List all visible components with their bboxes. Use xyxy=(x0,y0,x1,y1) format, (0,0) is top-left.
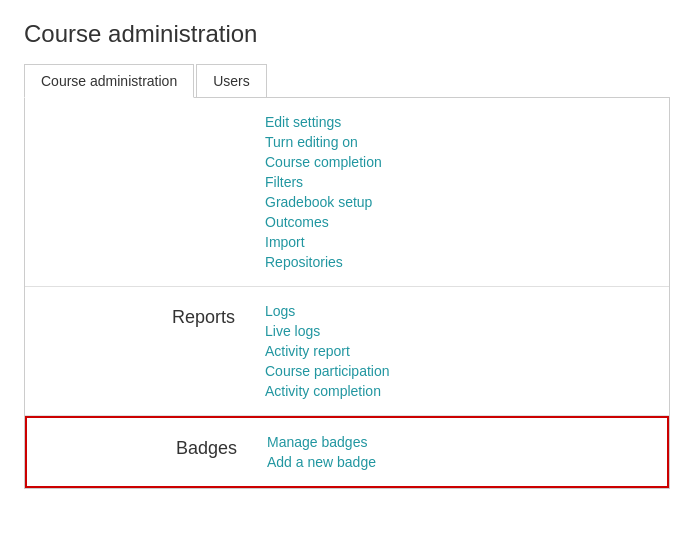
badges-links: Manage badges Add a new badge xyxy=(267,434,376,470)
top-section: Edit settings Turn editing on Course com… xyxy=(25,98,669,287)
link-live-logs[interactable]: Live logs xyxy=(265,323,390,339)
badges-section: Badges Manage badges Add a new badge xyxy=(25,416,669,488)
link-course-completion[interactable]: Course completion xyxy=(265,154,382,170)
link-turn-editing-on[interactable]: Turn editing on xyxy=(265,134,382,150)
link-gradebook-setup[interactable]: Gradebook setup xyxy=(265,194,382,210)
top-section-links: Edit settings Turn editing on Course com… xyxy=(265,114,382,270)
link-activity-report[interactable]: Activity report xyxy=(265,343,390,359)
badges-label: Badges xyxy=(47,434,267,470)
tab-course-administration[interactable]: Course administration xyxy=(24,64,194,98)
link-activity-completion[interactable]: Activity completion xyxy=(265,383,390,399)
link-course-participation[interactable]: Course participation xyxy=(265,363,390,379)
link-manage-badges[interactable]: Manage badges xyxy=(267,434,376,450)
link-import[interactable]: Import xyxy=(265,234,382,250)
link-edit-settings[interactable]: Edit settings xyxy=(265,114,382,130)
link-logs[interactable]: Logs xyxy=(265,303,390,319)
link-repositories[interactable]: Repositories xyxy=(265,254,382,270)
top-section-left xyxy=(45,114,265,270)
reports-section: Reports Logs Live logs Activity report C… xyxy=(25,287,669,416)
link-outcomes[interactable]: Outcomes xyxy=(265,214,382,230)
tab-users[interactable]: Users xyxy=(196,64,267,97)
link-add-new-badge[interactable]: Add a new badge xyxy=(267,454,376,470)
reports-links: Logs Live logs Activity report Course pa… xyxy=(265,303,390,399)
content-area: Edit settings Turn editing on Course com… xyxy=(24,98,670,489)
page-container: Course administration Course administrat… xyxy=(0,0,694,509)
link-filters[interactable]: Filters xyxy=(265,174,382,190)
tabs-bar: Course administration Users xyxy=(24,64,670,98)
reports-label: Reports xyxy=(45,303,265,399)
page-title: Course administration xyxy=(24,20,670,48)
